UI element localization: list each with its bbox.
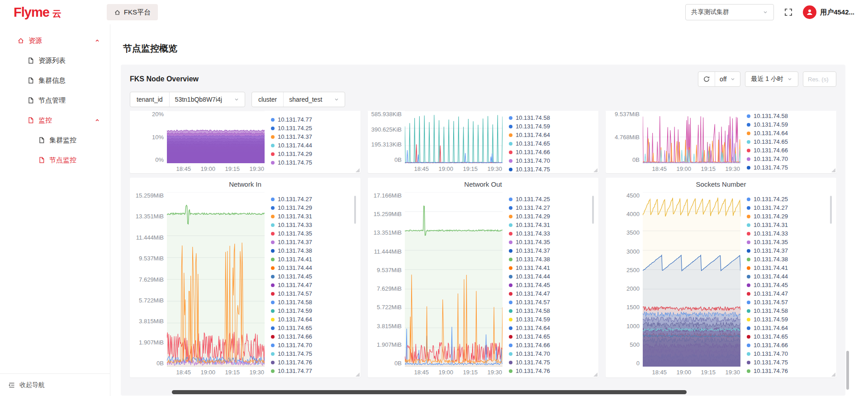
legend-item[interactable]: 10.131.74.70	[509, 349, 594, 358]
chart-plot[interactable]	[167, 111, 265, 163]
legend-item[interactable]: 10.131.74.75	[509, 358, 594, 367]
legend-item[interactable]: 10.131.74.66	[747, 341, 832, 349]
legend-item[interactable]: 10.131.74.47	[509, 289, 594, 298]
legend-item[interactable]: 10.131.74.66	[747, 146, 832, 155]
legend-item[interactable]: 10.131.74.44	[509, 272, 594, 281]
legend-scrollbar[interactable]	[830, 196, 832, 224]
legend-item[interactable]: 10.131.74.64	[747, 129, 832, 137]
legend-item[interactable]: 10.131.74.66	[271, 332, 356, 341]
app-tab-fks[interactable]: FKS平台	[107, 4, 158, 20]
legend-item[interactable]: 10.131.74.66	[509, 341, 594, 349]
legend-item[interactable]: 10.131.74.58	[271, 298, 356, 306]
legend-item[interactable]: 10.131.74.65	[271, 324, 356, 332]
legend-item[interactable]: 10.131.74.31	[509, 221, 594, 229]
legend-item[interactable]: 10.131.74.29	[509, 212, 594, 221]
sidebar-item-node-manage[interactable]: 节点管理	[0, 90, 110, 110]
tenant-select[interactable]: tenant_id 53tn1bQb8W7i4j	[130, 92, 245, 107]
vertical-scrollbar[interactable]	[846, 351, 849, 390]
legend-scrollbar[interactable]	[354, 196, 356, 224]
panel-resize-handle[interactable]	[831, 168, 835, 172]
legend-item[interactable]: 10.131.74.76	[509, 367, 594, 375]
legend-item[interactable]: 10.131.74.29	[271, 150, 356, 158]
sidebar-item-resource-list[interactable]: 资源列表	[0, 51, 110, 71]
legend-item[interactable]: 10.131.74.47	[271, 281, 356, 289]
legend-item[interactable]: 10.131.74.33	[747, 229, 832, 238]
legend-item[interactable]: 10.131.74.75	[271, 349, 356, 358]
legend-item[interactable]: 10.131.74.25	[509, 195, 594, 203]
legend-item[interactable]: 10.131.74.38	[509, 255, 594, 264]
legend-item[interactable]: 10.131.74.75	[747, 163, 832, 172]
legend-item[interactable]: 10.131.74.58	[747, 306, 832, 315]
legend-item[interactable]: 10.131.74.38	[747, 255, 832, 264]
legend-item[interactable]: 10.131.74.29	[747, 212, 832, 221]
legend-item[interactable]: 10.131.74.35	[509, 238, 594, 246]
legend-item[interactable]: 10.131.74.25	[271, 124, 356, 132]
legend-item[interactable]: 10.131.74.47	[747, 289, 832, 298]
legend-item[interactable]: 10.131.74.65	[509, 332, 594, 341]
legend-item[interactable]: 10.131.74.41	[509, 264, 594, 272]
legend-item[interactable]: 10.131.74.59	[509, 315, 594, 324]
legend-item[interactable]: 10.131.74.37	[747, 246, 832, 255]
panel-resize-handle[interactable]	[356, 168, 360, 172]
chart-plot[interactable]	[167, 192, 265, 367]
refresh-interval-select[interactable]: off	[715, 72, 740, 86]
legend-item[interactable]: 10.131.74.31	[747, 221, 832, 229]
refresh-button[interactable]	[698, 72, 715, 86]
legend-item[interactable]: 10.131.74.33	[509, 229, 594, 238]
legend-item[interactable]: 10.131.74.38	[271, 246, 356, 255]
legend-item[interactable]: 10.131.74.37	[271, 132, 356, 141]
legend-item[interactable]: 10.131.74.45	[509, 281, 594, 289]
legend-item[interactable]: 10.131.74.58	[509, 306, 594, 315]
collapse-nav-button[interactable]: 收起导航	[0, 373, 110, 396]
chart-title[interactable]: Network Out	[372, 180, 594, 192]
cluster-filter-select[interactable]: cluster shared_test	[251, 92, 345, 107]
legend-item[interactable]: 10.131.74.41	[747, 264, 832, 272]
legend-item[interactable]: 10.131.74.65	[747, 332, 832, 341]
legend-item[interactable]: 10.131.74.58	[509, 113, 594, 122]
legend-item[interactable]: 10.131.74.29	[271, 203, 356, 212]
legend-item[interactable]: 10.131.74.44	[271, 264, 356, 272]
horizontal-scrollbar[interactable]	[172, 390, 687, 394]
panel-resize-handle[interactable]	[831, 372, 835, 377]
legend-item[interactable]: 10.131.74.27	[509, 203, 594, 212]
legend-item[interactable]: 10.131.74.35	[747, 238, 832, 246]
legend-item[interactable]: 10.131.74.59	[271, 306, 356, 315]
legend-item[interactable]: 10.131.74.25	[747, 195, 832, 203]
sidebar-item-node-monitoring[interactable]: 节点监控	[0, 150, 110, 170]
legend-item[interactable]: 10.131.74.31	[271, 212, 356, 221]
legend-item[interactable]: 10.131.74.37	[509, 246, 594, 255]
sidebar-item-resources[interactable]: 资源	[0, 31, 110, 51]
legend-item[interactable]: 10.131.74.37	[271, 238, 356, 246]
chart-plot[interactable]	[405, 192, 503, 367]
legend-item[interactable]: 10.131.74.75	[271, 158, 356, 167]
time-range-select[interactable]: 最近 1 小时	[745, 71, 798, 87]
legend-item[interactable]: 10.131.74.57	[271, 289, 356, 298]
legend-item[interactable]: 10.131.74.64	[271, 315, 356, 324]
sidebar-item-monitoring[interactable]: 监控	[0, 110, 110, 130]
legend-item[interactable]: 10.131.74.44	[747, 272, 832, 281]
legend-item[interactable]: 10.131.74.64	[509, 131, 594, 139]
legend-item[interactable]: 10.131.74.58	[747, 112, 832, 120]
legend-item[interactable]: 10.131.74.59	[747, 315, 832, 324]
chart-plot[interactable]	[405, 111, 503, 163]
legend-item[interactable]: 10.131.74.45	[271, 272, 356, 281]
legend-item[interactable]: 10.131.74.33	[271, 221, 356, 229]
cluster-select[interactable]: 共享测试集群	[685, 4, 774, 20]
legend-item[interactable]: 10.131.74.76	[747, 172, 832, 172]
legend-item[interactable]: 10.131.74.70	[747, 349, 832, 358]
legend-item[interactable]: 10.131.74.45	[747, 281, 832, 289]
legend-item[interactable]: 10.131.74.70	[747, 155, 832, 163]
legend-item[interactable]: 10.131.74.64	[509, 324, 594, 332]
legend-item[interactable]: 10.131.74.75	[747, 358, 832, 367]
legend-item[interactable]: 10.131.74.77	[271, 115, 356, 124]
resolution-input[interactable]	[803, 71, 836, 87]
sidebar-item-cluster-monitoring[interactable]: 集群监控	[0, 130, 110, 150]
legend-item[interactable]: 10.131.74.76	[747, 367, 832, 375]
legend-item[interactable]: 10.131.74.59	[747, 120, 832, 129]
legend-item[interactable]: 10.131.74.77	[271, 367, 356, 375]
legend-item[interactable]: 10.131.74.66	[509, 148, 594, 156]
legend-item[interactable]: 10.131.74.41	[271, 255, 356, 264]
chart-title[interactable]: Network In	[134, 180, 356, 192]
legend-item[interactable]: 10.131.74.57	[747, 298, 832, 306]
sidebar-item-cluster-info[interactable]: 集群信息	[0, 71, 110, 90]
